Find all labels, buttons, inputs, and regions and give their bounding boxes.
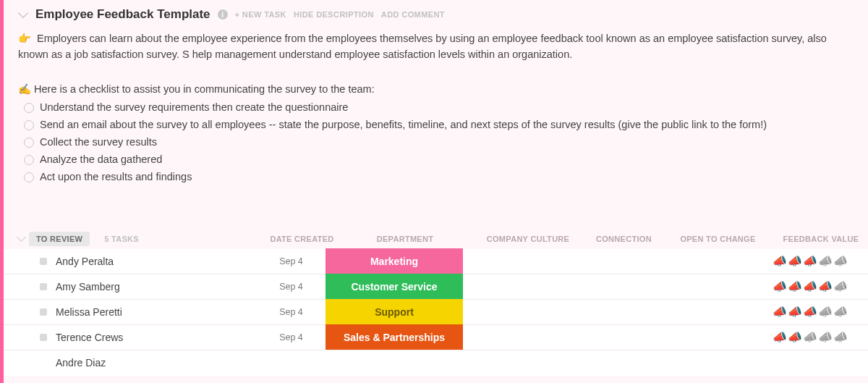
cell-date: Sep 4	[257, 256, 326, 266]
hide-description-button[interactable]: HIDE DESCRIPTION	[294, 10, 374, 19]
megaphone-icon: 📣	[818, 330, 833, 344]
description-text: Employers can learn about the employee e…	[18, 33, 827, 60]
checklist-item: Collect the survey results	[24, 136, 855, 148]
table-row[interactable]: Amy Samberg Sep 4 Customer Service 📣 📣 📣…	[4, 274, 868, 300]
tasks-count: 5 TASKS	[104, 235, 139, 243]
megaphone-icon: 📣	[803, 254, 817, 268]
task-name: Andy Peralta	[56, 256, 114, 267]
megaphone-icon: 📣	[773, 330, 787, 344]
megaphone-icon: 📣	[788, 305, 802, 319]
dept-pill[interactable]: Support	[326, 299, 463, 324]
col-header-culture[interactable]: COMPANY CULTURE	[474, 235, 582, 243]
checklist-item: Understand the survey requirements then …	[24, 101, 855, 113]
info-icon[interactable]: i	[218, 9, 228, 20]
checklist-item-label: Understand the survey requirements then …	[40, 101, 348, 113]
status-square-icon	[40, 258, 47, 265]
megaphone-icon: 📣	[818, 279, 833, 293]
checklist-item: Act upon the results and findings	[24, 171, 855, 182]
chevron-down-icon	[18, 8, 28, 18]
checklist-item-label: Act upon the results and findings	[40, 171, 192, 182]
task-name: Melissa Peretti	[56, 306, 122, 318]
checklist-intro: ✍️ Here is a checklist to assist you in …	[18, 83, 855, 96]
add-comment-button[interactable]: ADD COMMENT	[381, 10, 445, 19]
megaphone-icon: 📣	[818, 305, 833, 319]
dept-pill[interactable]: Marketing	[326, 248, 463, 274]
megaphone-icon: 📣	[833, 330, 848, 344]
group-header: TO REVIEW 5 TASKS	[29, 232, 268, 246]
table-body: Andy Peralta Sep 4 Marketing 📣 📣 📣 📣 📣	[4, 249, 868, 376]
group-collapse-toggle[interactable]	[18, 234, 25, 244]
status-square-icon	[40, 308, 47, 316]
task-name: Andre Diaz	[56, 357, 106, 369]
col-header-open[interactable]: OPEN TO CHANGE	[665, 235, 770, 243]
table-row[interactable]: Melissa Peretti Sep 4 Support 📣 📣 📣 📣 📣	[4, 300, 868, 325]
cell-feedback-value[interactable]: 📣 📣 📣 📣 📣	[760, 305, 861, 319]
task-name: Amy Samberg	[56, 281, 120, 292]
writing-hand-icon: ✍️	[18, 83, 31, 95]
checkbox[interactable]	[24, 172, 34, 182]
cell-date: Sep 4	[257, 307, 326, 317]
megaphone-icon: 📣	[773, 305, 787, 319]
col-header-feedback-value[interactable]: FEEDBACK VALUE	[770, 235, 868, 243]
status-square-icon	[40, 283, 47, 290]
cell-feedback-value[interactable]: 📣 📣 📣 📣 📣	[760, 330, 861, 344]
col-header-connection[interactable]: CONNECTION	[582, 235, 665, 243]
collapse-toggle[interactable]	[18, 9, 28, 20]
header: Employee Feedback Template i + NEW TASK …	[4, 0, 868, 191]
table-header-row: TO REVIEW 5 TASKS DATE CREATED DEPARTMEN…	[4, 229, 868, 249]
chevron-down-icon	[17, 233, 26, 243]
page-title: Employee Feedback Template	[35, 7, 210, 22]
checkbox[interactable]	[24, 120, 34, 130]
description: 👉 Employers can learn about the employee…	[18, 30, 855, 63]
table-row[interactable]: Andre Diaz	[4, 350, 868, 376]
megaphone-icon: 📣	[788, 330, 802, 344]
dept-pill[interactable]: Customer Service	[326, 274, 463, 299]
megaphone-icon: 📣	[833, 279, 848, 293]
checklist-item-label: Send an email about the survey to all em…	[40, 119, 767, 130]
table-row[interactable]: Andy Peralta Sep 4 Marketing 📣 📣 📣 📣 📣	[4, 249, 868, 274]
checklist-item: Analyze the data gathered	[24, 153, 855, 165]
cell-date: Sep 4	[257, 282, 326, 292]
task-table: TO REVIEW 5 TASKS DATE CREATED DEPARTMEN…	[4, 229, 868, 376]
checklist-item: Send an email about the survey to all em…	[24, 119, 855, 130]
megaphone-icon: 📣	[773, 279, 787, 293]
checklist-item-label: Analyze the data gathered	[40, 153, 162, 165]
megaphone-icon: 📣	[788, 254, 802, 268]
megaphone-icon: 📣	[788, 279, 802, 293]
megaphone-icon: 📣	[773, 254, 787, 268]
status-chip[interactable]: TO REVIEW	[29, 232, 90, 246]
megaphone-icon: 📣	[803, 305, 817, 319]
cell-date: Sep 4	[257, 332, 326, 342]
col-header-date[interactable]: DATE CREATED	[268, 235, 336, 243]
table-row[interactable]: Terence Crews Sep 4 Sales & Partnerships…	[4, 325, 868, 350]
cell-feedback-value[interactable]: 📣 📣 📣 📣 📣	[760, 279, 861, 293]
checklist-item-label: Collect the survey results	[40, 136, 157, 148]
col-header-department[interactable]: DEPARTMENT	[336, 235, 474, 243]
megaphone-icon: 📣	[833, 305, 848, 319]
megaphone-icon: 📣	[803, 330, 817, 344]
megaphone-icon: 📣	[818, 254, 833, 268]
checkbox[interactable]	[24, 155, 34, 165]
checkbox[interactable]	[24, 138, 34, 148]
new-task-button[interactable]: + NEW TASK	[235, 10, 286, 19]
status-square-icon	[40, 334, 47, 341]
title-row: Employee Feedback Template i + NEW TASK …	[18, 7, 855, 22]
checklist: Understand the survey requirements then …	[18, 101, 855, 182]
content-panel: Employee Feedback Template i + NEW TASK …	[4, 0, 868, 383]
pointing-hand-icon: 👉	[18, 33, 31, 44]
checklist-intro-text: Here is a checklist to assist you in com…	[34, 83, 375, 95]
task-name: Terence Crews	[56, 332, 123, 343]
dept-pill[interactable]: Sales & Partnerships	[326, 324, 463, 350]
checkbox[interactable]	[24, 103, 34, 113]
megaphone-icon: 📣	[833, 254, 848, 268]
megaphone-icon: 📣	[803, 279, 817, 293]
cell-feedback-value[interactable]: 📣 📣 📣 📣 📣	[760, 254, 861, 268]
